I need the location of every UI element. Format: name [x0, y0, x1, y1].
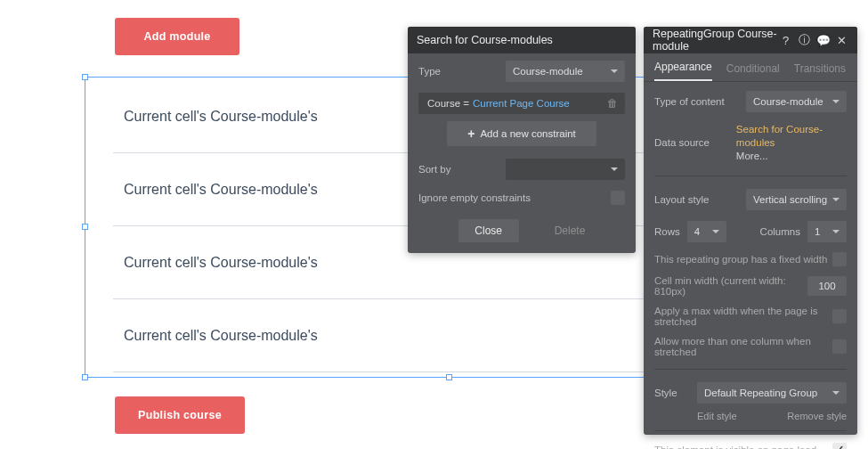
- caret-down-icon: [832, 391, 840, 395]
- cell-min-width-input[interactable]: [807, 276, 847, 296]
- columns-label: Columns: [760, 226, 800, 237]
- cell-text: Current cell's Course-module's: [113, 182, 318, 198]
- add-constraint-label: Add a new constraint: [480, 128, 575, 139]
- comment-icon[interactable]: 💬: [816, 34, 830, 47]
- add-module-button[interactable]: Add module: [115, 18, 239, 55]
- multi-col-row: Allow more than one column when stretche…: [644, 331, 857, 362]
- visible-row: This element is visible on page load✓: [644, 438, 857, 449]
- cell-text: Current cell's Course-module's: [113, 328, 318, 344]
- data-source-value[interactable]: Search for Course-modulesMore...: [736, 123, 847, 163]
- type-select[interactable]: Course-module: [506, 61, 625, 82]
- trash-icon[interactable]: 🗑: [607, 97, 618, 110]
- constraint-row[interactable]: Course = Current Page Course 🗑: [418, 93, 625, 114]
- type-of-content-value: Course-module: [753, 96, 823, 107]
- rows-label: Rows: [654, 226, 680, 237]
- visible-checkbox[interactable]: ✓: [832, 443, 847, 449]
- property-tabs: Appearance Conditional Transitions: [644, 53, 857, 82]
- caret-down-icon: [832, 198, 840, 201]
- separator: [654, 430, 847, 431]
- remove-style-link[interactable]: Remove style: [787, 411, 847, 421]
- cell-text: Current cell's Course-module's: [113, 255, 318, 271]
- data-source-label: Data source: [654, 137, 729, 148]
- layout-style-value: Vertical scrolling: [753, 194, 827, 205]
- caret-down-icon: [611, 167, 618, 171]
- publish-course-button[interactable]: Publish course: [115, 396, 245, 434]
- cell-text: Current cell's Course-module's: [113, 109, 318, 125]
- resize-handle-bc[interactable]: [446, 374, 452, 380]
- tab-appearance[interactable]: Appearance: [654, 61, 712, 81]
- search-panel: Search for Course-modules Type Course-mo…: [408, 27, 636, 253]
- search-panel-title: Search for Course-modules: [417, 34, 553, 46]
- sort-label: Sort by: [418, 164, 499, 175]
- columns-value: 1: [815, 226, 820, 237]
- plus-icon: +: [467, 127, 475, 141]
- separator: [654, 176, 847, 176]
- search-panel-header[interactable]: Search for Course-modules: [408, 27, 636, 53]
- style-label: Style: [654, 388, 690, 398]
- separator: [654, 369, 847, 370]
- cell-min-width-row: Cell min width (current width: 810px): [644, 271, 857, 301]
- type-select-value: Course-module: [513, 66, 583, 77]
- resize-handle-bl[interactable]: [82, 374, 88, 380]
- multi-col-checkbox[interactable]: [832, 339, 847, 354]
- property-panel: RepeatingGroup Course-module ? ⓘ 💬 ✕ App…: [644, 27, 857, 435]
- constraint-value[interactable]: Current Page Course: [473, 98, 570, 109]
- ignore-constraints-checkbox[interactable]: [611, 191, 625, 205]
- data-source-more[interactable]: More...: [736, 150, 847, 163]
- max-width-row: Apply a max width when the page is stret…: [644, 301, 857, 331]
- tab-transitions[interactable]: Transitions: [794, 62, 846, 81]
- resize-handle-tl[interactable]: [82, 74, 88, 80]
- layout-style-label: Layout style: [654, 194, 739, 205]
- data-source-text: Search for Course-modules: [736, 124, 823, 148]
- style-value: Default Repeating Group: [704, 388, 817, 398]
- ignore-constraints-label: Ignore empty constraints: [418, 192, 604, 203]
- max-width-checkbox[interactable]: [832, 309, 847, 323]
- fixed-width-row: This repeating group has a fixed width: [644, 248, 857, 271]
- fixed-width-label: This repeating group has a fixed width: [654, 254, 827, 265]
- constraint-key: Course =: [427, 98, 469, 109]
- close-button[interactable]: Close: [458, 219, 519, 242]
- type-of-content-label: Type of content: [654, 96, 739, 107]
- help-icon[interactable]: ?: [779, 34, 792, 47]
- cell-min-width-label: Cell min width (current width: 810px): [654, 275, 807, 297]
- type-of-content-select[interactable]: Course-module: [746, 91, 847, 112]
- caret-down-icon: [832, 100, 840, 103]
- close-icon[interactable]: ✕: [835, 34, 848, 47]
- style-select[interactable]: Default Repeating Group: [697, 382, 847, 404]
- add-constraint-button[interactable]: +Add a new constraint: [447, 121, 596, 146]
- resize-handle-ml[interactable]: [82, 224, 88, 230]
- multi-col-label: Allow more than one column when stretche…: [654, 336, 832, 357]
- delete-button[interactable]: Delete: [555, 219, 586, 242]
- info-icon[interactable]: ⓘ: [798, 34, 811, 47]
- tab-conditional[interactable]: Conditional: [726, 62, 780, 81]
- caret-down-icon: [611, 69, 618, 73]
- property-panel-header[interactable]: RepeatingGroup Course-module ? ⓘ 💬 ✕: [644, 27, 857, 53]
- layout-style-select[interactable]: Vertical scrolling: [746, 189, 847, 210]
- rows-select[interactable]: 4: [687, 221, 726, 242]
- edit-style-link[interactable]: Edit style: [697, 411, 737, 421]
- rows-value: 4: [694, 226, 700, 237]
- caret-down-icon: [712, 230, 719, 233]
- max-width-label: Apply a max width when the page is stret…: [654, 306, 832, 327]
- type-label: Type: [418, 66, 499, 77]
- property-panel-title: RepeatingGroup Course-module: [653, 28, 779, 53]
- caret-down-icon: [832, 230, 840, 233]
- sort-select[interactable]: [506, 159, 625, 180]
- visible-label: This element is visible on page load: [654, 445, 816, 449]
- columns-select[interactable]: 1: [807, 221, 847, 242]
- fixed-width-checkbox[interactable]: [832, 252, 847, 266]
